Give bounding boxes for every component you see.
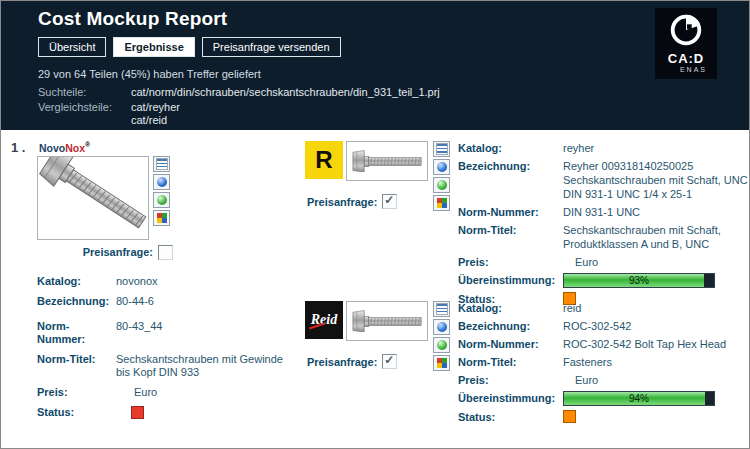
details-button[interactable] [433, 141, 450, 157]
katalog-value: reid [563, 301, 750, 315]
cadenas-logo-text: CA:D ENAS [655, 53, 717, 75]
preview-3d-button[interactable] [153, 174, 170, 190]
field-preis: Preis: Euro [37, 386, 307, 399]
tab-preisanfrage-versenden[interactable]: Preisanfrage versenden [202, 37, 341, 57]
tab-ergebnisse[interactable]: Ergebnisse [113, 37, 194, 57]
sphere-green-icon [437, 340, 447, 350]
color-table-button[interactable] [433, 355, 450, 371]
katalog-label: Katalog: [458, 301, 563, 315]
list-icon [436, 303, 448, 315]
norm-titel-label: Norm-Titel: [458, 355, 563, 369]
bezeichnung-label: Bezeichnung: [458, 319, 563, 333]
material-view-button[interactable] [153, 192, 170, 208]
preisanfrage-checkbox[interactable] [382, 194, 397, 209]
color-table-button[interactable] [153, 210, 170, 226]
progress-text: 94% [564, 392, 714, 405]
field-norm-titel: Norm-Titel: Sechskantschrauben mit Gewin… [37, 353, 307, 379]
preis-label: Preis: [458, 373, 563, 387]
preisanfrage-checkbox[interactable] [382, 354, 397, 369]
match-preisanfrage-row: Preisanfrage: [305, 194, 429, 209]
bezeichnung-label: Bezeichnung: [37, 295, 116, 308]
norm-titel-value: Sechskantschrauben mit Schaft, Produktkl… [563, 223, 750, 251]
status-label: Status: [458, 410, 563, 426]
compare-parts-value-1: cat/reyher [131, 101, 180, 113]
brand-mark: ® [85, 141, 90, 148]
source-part-toolbar [153, 156, 170, 240]
norm-nummer-label: Norm-Nummer: [458, 337, 563, 351]
norm-titel-value: Sechskantschrauben mit Gewinde bis Kopf … [116, 353, 292, 379]
source-part-media [37, 156, 307, 240]
logo-line2: ENAS [655, 64, 717, 75]
source-part-panel: NovoNox® [37, 138, 307, 429]
reyher-logo-text: R [315, 146, 332, 174]
norm-nummer-label: Norm-Nummer: [37, 320, 116, 346]
details-button[interactable] [153, 156, 170, 172]
brand-suffix: Nox [65, 142, 85, 154]
match-panel-reyher: R [305, 141, 750, 312]
hex-bolt-image [350, 150, 424, 173]
sphere-green-icon [437, 180, 447, 190]
norm-nummer-value: DIN 931-1 UNC [563, 205, 750, 219]
match-preisanfrage-row: Preisanfrage: [305, 354, 429, 369]
match-progress-bar: 93% [563, 273, 715, 288]
field-norm-nummer: Norm-Nummer: 80-43_44 [37, 320, 307, 346]
norm-nummer-value: 80-43_44 [116, 320, 163, 346]
list-icon [436, 143, 448, 155]
preisanfrage-label: Preisanfrage: [307, 196, 377, 208]
uebereinstimmung-label: Übereinstimmung: [458, 273, 563, 288]
reid-logo: Reid [305, 301, 343, 339]
match-panel-reid: Reid [305, 301, 750, 430]
bezeichnung-value: 80-44-6 [116, 295, 154, 308]
preview-3d-button[interactable] [433, 319, 450, 335]
preis-label: Preis: [37, 386, 116, 399]
brand-prefix: Novo [39, 142, 65, 154]
katalog-value: novonox [116, 275, 158, 288]
bezeichnung-label: Bezeichnung: [458, 159, 563, 201]
details-button[interactable] [433, 301, 450, 317]
color-table-button[interactable] [433, 195, 450, 211]
match-toolbar [433, 141, 450, 312]
source-part-fields: Katalog: novonox Bezeichnung: 80-44-6 No… [37, 275, 307, 422]
match-part-image [346, 301, 428, 341]
material-view-button[interactable] [433, 337, 450, 353]
material-view-button[interactable] [433, 177, 450, 193]
field-bezeichnung: Bezeichnung: 80-44-6 [37, 295, 307, 308]
list-icon [156, 158, 168, 170]
match-percent-row: Übereinstimmung: 94% [458, 391, 750, 406]
status-indicator [563, 410, 576, 423]
sphere-green-icon [157, 195, 167, 205]
preis-value: Euro [563, 255, 750, 269]
match-percent-row: Übereinstimmung: 93% [458, 273, 750, 288]
field-katalog: Katalog: novonox [37, 275, 307, 288]
search-parts-value: cat/norm/din/schrauben/sechskantschraube… [131, 86, 440, 98]
preis-value: Euro [563, 373, 750, 387]
progress-text: 93% [564, 274, 714, 287]
norm-nummer-value: ROC-302-542 Bolt Tap Hex Head [563, 337, 750, 351]
preview-3d-button[interactable] [433, 159, 450, 175]
reyher-logo: R [305, 141, 343, 179]
bezeichnung-value: ROC-302-542 [563, 319, 750, 333]
cadenas-logo: CA:D ENAS [655, 8, 717, 79]
source-part-image [37, 156, 149, 240]
match-media: Reid [305, 301, 429, 430]
field-status: Status: [37, 406, 307, 422]
match-media: R [305, 141, 429, 312]
novonox-brand-label: NovoNox® [39, 138, 307, 155]
match-toolbar [433, 301, 450, 430]
compare-parts-value-2: cat/reid [131, 114, 167, 126]
results-summary: 29 von 64 Teilen (45%) haben Treffer gel… [38, 68, 261, 80]
reid-logo-text: Reid [311, 312, 337, 328]
source-preisanfrage-row: Preisanfrage: [37, 245, 173, 260]
preisanfrage-checkbox[interactable] [158, 245, 173, 260]
tab-uebersicht[interactable]: Übersicht [38, 37, 106, 57]
page-title: Cost Mockup Report [38, 8, 227, 30]
result-row-index: 1 . [11, 140, 25, 155]
status-label: Status: [37, 406, 116, 422]
compare-parts-label: Vergleichsteile: [38, 101, 112, 113]
preisanfrage-label: Preisanfrage: [307, 356, 377, 368]
preis-label: Preis: [458, 255, 563, 269]
hex-bolt-image [37, 156, 149, 240]
tab-bar: Übersicht Ergebnisse Preisanfrage versen… [38, 37, 341, 57]
sphere-blue-icon [157, 177, 167, 187]
katalog-label: Katalog: [37, 275, 116, 288]
